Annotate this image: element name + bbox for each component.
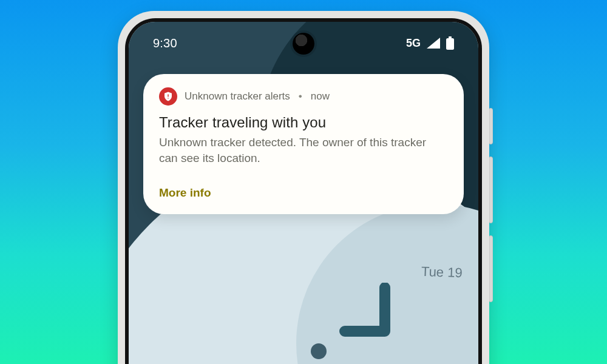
notification-when: now: [311, 90, 330, 103]
wallpaper-widget-arrow: [327, 283, 399, 358]
status-time: 9:30: [153, 36, 177, 50]
volume-up-button[interactable]: [489, 157, 493, 223]
network-label: 5G: [406, 37, 421, 50]
power-button[interactable]: [489, 108, 493, 144]
phone-screen: 9:30 5G Tue 19: [129, 22, 478, 364]
phone-frame: 9:30 5G Tue 19: [118, 11, 489, 364]
cellular-signal-icon: [427, 38, 440, 49]
svg-rect-1: [446, 38, 454, 50]
battery-icon: [446, 36, 454, 50]
svg-rect-3: [168, 98, 169, 99]
notification-separator: •: [299, 90, 302, 103]
status-bar: 9:30 5G: [129, 22, 478, 64]
volume-down-button[interactable]: [489, 235, 493, 302]
stage: 9:30 5G Tue 19: [0, 0, 607, 364]
svg-rect-0: [449, 36, 452, 38]
more-info-button[interactable]: More info: [159, 186, 211, 200]
shield-alert-icon: [159, 87, 177, 106]
notification-body: Unknown tracker detected. The owner of t…: [159, 135, 438, 166]
status-right-cluster: 5G: [406, 36, 454, 50]
notification-header: Unknown tracker alerts • now: [159, 87, 448, 106]
lockscreen-date: Tue 19: [421, 264, 463, 281]
notification-app-name: Unknown tracker alerts: [185, 90, 290, 103]
notification-title: Tracker traveling with you: [159, 114, 448, 131]
phone-bezel: 9:30 5G Tue 19: [125, 18, 482, 364]
svg-rect-2: [168, 94, 169, 97]
notification-card[interactable]: Unknown tracker alerts • now Tracker tra…: [143, 74, 464, 214]
wallpaper-widget-dot: [311, 343, 327, 359]
